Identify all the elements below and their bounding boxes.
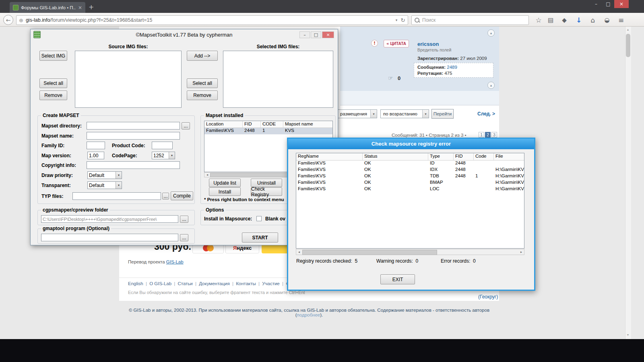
map-version-field[interactable]: 1.00 (87, 152, 104, 159)
close-button[interactable]: × (322, 31, 334, 38)
window-minimize-button[interactable]: – (590, 0, 602, 8)
select-all-source-button[interactable]: Select all (39, 78, 67, 88)
footer-link[interactable]: Документация (199, 281, 230, 286)
hscroll-thumb[interactable] (302, 250, 437, 255)
browser-tab[interactable]: Форумы GIS-Lab.info • П... × (10, 2, 85, 13)
dialog-hscrollbar[interactable]: ◂ ▸ (296, 249, 524, 255)
home-icon[interactable]: ⌂ (587, 15, 599, 25)
window-maximize-button[interactable]: □ (602, 0, 614, 8)
column-header[interactable]: FID (454, 153, 474, 160)
pocket-icon[interactable]: ◆ (559, 15, 570, 25)
page-3-link[interactable]: 3 (491, 132, 497, 138)
exit-button[interactable]: EXIT (380, 274, 415, 284)
page-scrollbar[interactable]: ▴ ▾ (625, 27, 631, 339)
start-button[interactable]: START (242, 232, 278, 243)
install-button[interactable]: Install (209, 187, 241, 196)
cgpsmapper-path-field[interactable]: C:\Users\FP\Desktop\++++\Gpsmapedit\cgps… (41, 215, 178, 223)
menu-icon[interactable]: ≡ (615, 15, 627, 25)
table-row[interactable]: Families\KVSOKID2448 (296, 160, 524, 167)
copyright-more-link[interactable]: подробнее (297, 313, 320, 317)
search-input[interactable] (422, 17, 526, 23)
transparent-select[interactable]: Default▾ (87, 181, 122, 189)
messages-count-link[interactable]: 2489 (447, 65, 457, 70)
registry-table[interactable]: RegName Status Type FID Code File Famili… (296, 153, 524, 249)
dialog-titlebar[interactable]: Check mapsource registry error (288, 139, 534, 149)
install-in-mapsource-checkbox[interactable] (256, 216, 262, 221)
hscroll-thumb[interactable] (210, 173, 291, 177)
scroll-down-icon[interactable]: ▾ (627, 333, 629, 337)
site-identity-icon[interactable]: ⊕ (19, 17, 23, 23)
browse-mapset-directory-button[interactable]: ... (182, 122, 190, 130)
copyright-info-field[interactable] (87, 161, 180, 169)
compile-button[interactable]: Compile (171, 191, 193, 200)
gmaptool-path-field[interactable] (41, 234, 178, 241)
go-button[interactable]: Перейти (431, 109, 454, 119)
minimize-button[interactable]: – (299, 31, 310, 38)
scrollbar-thumb[interactable] (626, 34, 630, 57)
search-box[interactable] (411, 15, 529, 25)
tab-close-icon[interactable]: × (78, 5, 82, 10)
vote-hand-icon[interactable]: ☞ (388, 75, 393, 81)
scroll-up-icon[interactable]: ▴ (627, 28, 629, 31)
table-row[interactable]: Families\KVSOKIDX2448H:\Garmin\KV (296, 167, 524, 173)
browse-cgpsmapper-button[interactable]: ... (180, 216, 188, 223)
footer-link[interactable]: Участие (262, 281, 280, 286)
source-img-listbox[interactable] (75, 51, 182, 108)
column-header[interactable]: Location (204, 121, 243, 128)
table-row[interactable]: Families\KVSOKTDB24481H:\Garmin\KV (296, 173, 524, 180)
downloads-icon[interactable]: ↓ (573, 15, 584, 25)
browse-typ-files-button[interactable]: ... (162, 193, 169, 200)
scroll-left-icon[interactable]: ◂ (296, 250, 302, 254)
check-registry-button[interactable]: Check Registry (251, 187, 282, 196)
table-row-selected[interactable]: Families\KVS 2448 1 KVS (204, 128, 332, 134)
scroll-to-top-icon[interactable]: ▴ (487, 29, 495, 37)
sort-order-select[interactable]: по возрастанию ▾ (380, 109, 429, 118)
column-header[interactable]: CODE (261, 121, 283, 128)
scroll-right-icon[interactable]: ▸ (518, 250, 524, 254)
select-img-button[interactable]: Select IMG (39, 51, 67, 61)
gis-lab-link[interactable]: GIS-Lab (166, 259, 184, 264)
scroll-left-icon[interactable]: ◂ (204, 173, 210, 177)
remove-selected-button[interactable]: Remove (187, 90, 218, 100)
url-dropdown-icon[interactable]: ▾ (396, 18, 398, 22)
maximize-button[interactable]: □ (311, 31, 321, 38)
url-bar[interactable]: ⊕ gis-lab.info/forum/viewtopic.php?f=25&… (16, 15, 408, 25)
column-header[interactable]: Type (428, 153, 454, 160)
column-header[interactable]: FID (243, 121, 261, 128)
geokrug-link[interactable]: (Геокруг) (478, 294, 498, 300)
remove-source-button[interactable]: Remove (39, 90, 67, 100)
bookmark-star-icon[interactable]: ☆ (533, 15, 544, 25)
bookmarks-menu-icon[interactable]: ▤ (545, 15, 556, 25)
select-all-selected-button[interactable]: Select all (187, 78, 218, 88)
report-post-icon[interactable]: ! (371, 40, 378, 47)
browse-gmaptool-button[interactable]: ... (180, 234, 188, 241)
footer-link[interactable]: О GIS-Lab (149, 281, 171, 286)
mapset-name-field[interactable] (87, 132, 180, 140)
selected-img-listbox[interactable] (223, 51, 333, 108)
footer-link[interactable]: Контакты (236, 281, 256, 286)
table-row[interactable]: Families\KVSOKBMAPH:\Garmin\KV (296, 180, 524, 186)
add-button[interactable]: Add --> (187, 51, 218, 61)
column-header[interactable]: Mapset name (283, 121, 332, 128)
footer-link[interactable]: Статьи (178, 281, 193, 286)
family-id-field[interactable] (87, 142, 105, 149)
update-list-button[interactable]: Update list (209, 179, 241, 187)
next-page-link[interactable]: След. > (477, 111, 495, 117)
back-button[interactable]: ← (3, 15, 13, 25)
sort-field-select[interactable]: размещения ▾ (337, 109, 377, 118)
draw-priority-select[interactable]: Default▾ (87, 171, 122, 179)
quote-button[interactable]: « ЦИТАТА (384, 40, 409, 47)
messenger-icon[interactable]: ◒ (601, 15, 613, 25)
column-header[interactable]: File (494, 153, 524, 160)
post-author-link[interactable]: ericsson (417, 41, 439, 47)
footer-link[interactable]: English (128, 281, 143, 286)
product-code-field[interactable] (152, 142, 173, 149)
column-header[interactable]: RegName (296, 153, 363, 160)
table-row[interactable]: Families\KVSOKLOCH:\Garmin\KV (296, 186, 524, 193)
mapset-directory-field[interactable] (87, 122, 180, 130)
column-header[interactable]: Status (363, 153, 428, 160)
typ-files-field[interactable] (72, 192, 161, 200)
codepage-select[interactable]: 1252▾ (152, 152, 175, 159)
page-1-link[interactable]: 1 (479, 132, 484, 138)
scroll-to-top-icon[interactable]: ▴ (487, 82, 495, 89)
